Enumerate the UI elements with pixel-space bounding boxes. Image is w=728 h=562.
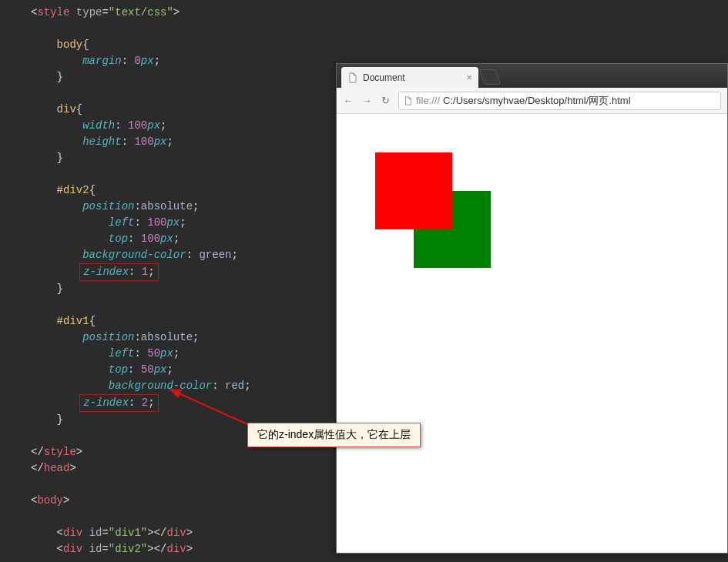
url-path: C:/Users/smyhvae/Desktop/html/网页.html: [443, 94, 630, 108]
browser-titlebar: Document ×: [337, 64, 727, 88]
url-scheme: file:///: [416, 95, 440, 106]
highlight-zindex-1: z-index: 1;: [79, 263, 158, 281]
address-bar: ← → ↻ file:///C:/Users/smyhvae/Desktop/h…: [337, 88, 727, 114]
new-tab-button[interactable]: [479, 69, 501, 85]
forward-button[interactable]: →: [361, 95, 372, 106]
svg-line-0: [177, 393, 254, 427]
red-box-div1: [375, 152, 452, 229]
close-icon[interactable]: ×: [466, 72, 472, 83]
url-field[interactable]: file:///C:/Users/smyhvae/Desktop/html/网页…: [398, 92, 721, 110]
annotation-callout: 它的z-index属性值大，它在上层: [247, 423, 421, 447]
page-icon: [347, 72, 358, 83]
annotation-text: 它的z-index属性值大，它在上层: [257, 428, 411, 440]
tab-title: Document: [363, 72, 405, 83]
browser-tab[interactable]: Document ×: [341, 67, 478, 88]
browser-window: Document × ← → ↻ file:///C:/Users/smyhva…: [336, 63, 728, 554]
page-icon: [404, 96, 413, 105]
rendered-page: [337, 114, 727, 553]
highlight-zindex-2: z-index: 2;: [79, 394, 158, 412]
reload-button[interactable]: ↻: [380, 95, 391, 106]
back-button[interactable]: ←: [343, 95, 354, 106]
